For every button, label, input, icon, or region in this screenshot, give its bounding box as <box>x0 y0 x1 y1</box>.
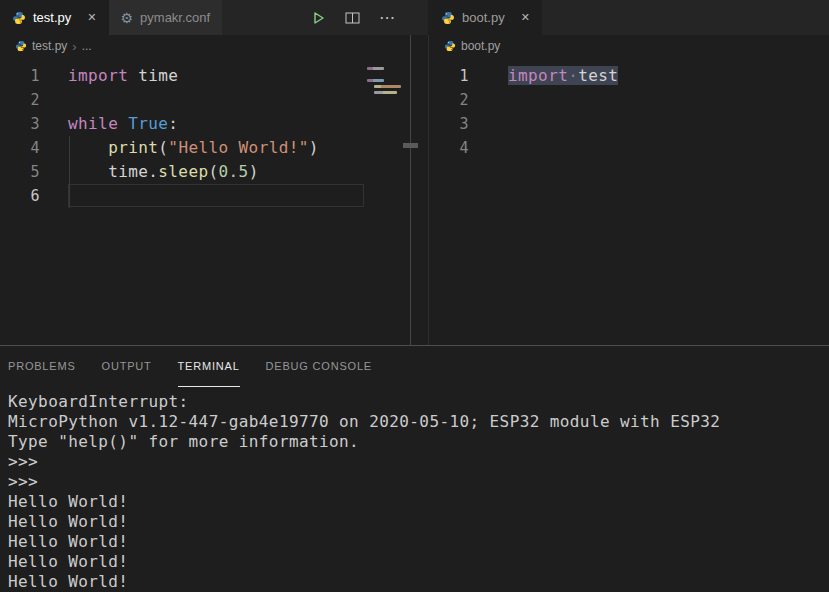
tab-label: boot.py <box>462 10 505 25</box>
breadcrumb-symbol[interactable]: ... <box>82 39 92 53</box>
breadcrumb: boot.py <box>429 35 829 57</box>
terminal-line: MicroPython v1.12-447-gab4e19770 on 2020… <box>8 412 829 432</box>
code-line[interactable]: 4 print("Hello World!") <box>0 136 428 160</box>
scrollbar-track[interactable] <box>410 35 411 345</box>
tab-bar-right: boot.py ✕ <box>429 0 829 35</box>
tab-pymakr-conf[interactable]: ⚙ pymakr.conf <box>109 0 223 35</box>
editor-group-right: boot.py 1import·test234 <box>429 35 829 345</box>
gear-icon: ⚙ <box>121 11 134 25</box>
chevron-right-icon: › <box>72 39 76 54</box>
line-number[interactable]: 2 <box>429 88 469 112</box>
panel-tab-bar: PROBLEMS OUTPUT TERMINAL DEBUG CONSOLE <box>0 346 829 387</box>
line-number[interactable]: 4 <box>0 136 40 160</box>
terminal-line: Type "help()" for more information. <box>8 432 829 452</box>
line-number[interactable]: 3 <box>0 112 40 136</box>
breadcrumb: test.py › ... <box>0 35 428 57</box>
line-number[interactable]: 3 <box>429 112 469 136</box>
panel-tab-terminal[interactable]: TERMINAL <box>178 346 240 387</box>
code-line[interactable]: 3while True: <box>0 112 428 136</box>
terminal-line: Hello World! <box>8 492 829 512</box>
code-text: time.sleep(0.5) <box>40 160 259 184</box>
code-text: import·test <box>469 64 618 88</box>
indent-guide <box>69 136 70 208</box>
code-text <box>469 112 508 136</box>
code-text <box>40 184 68 208</box>
python-icon <box>441 11 455 25</box>
editor-actions: ⋯ <box>312 0 428 35</box>
python-icon <box>15 40 27 52</box>
code-line[interactable]: 6 <box>0 184 428 208</box>
minimap[interactable] <box>367 64 405 97</box>
code-line[interactable]: 2 <box>0 88 428 112</box>
code-text: print("Hello World!") <box>40 136 319 160</box>
code-line[interactable]: 3 <box>429 112 829 136</box>
split-editor-button[interactable] <box>345 11 360 25</box>
terminal-line: >>> <box>8 452 829 472</box>
tab-bar-left: test.py ✕ ⚙ pymakr.conf ⋯ <box>0 0 428 35</box>
code-line[interactable]: 4 <box>429 136 829 160</box>
line-number[interactable]: 2 <box>0 88 40 112</box>
terminal-line: Hello World! <box>8 572 829 592</box>
code-text <box>469 88 508 112</box>
code-line[interactable]: 1import time <box>0 64 428 88</box>
line-number[interactable]: 4 <box>429 136 469 160</box>
scrollbar-handle[interactable] <box>403 143 418 148</box>
close-icon[interactable]: ✕ <box>521 12 530 23</box>
more-actions-button[interactable]: ⋯ <box>379 10 395 26</box>
run-button[interactable] <box>312 11 326 25</box>
code-text <box>40 88 68 112</box>
python-icon <box>444 40 456 52</box>
tab-boot-py[interactable]: boot.py ✕ <box>429 0 542 35</box>
line-number[interactable]: 6 <box>0 184 40 208</box>
breadcrumb-file[interactable]: boot.py <box>461 39 500 53</box>
panel-tab-problems[interactable]: PROBLEMS <box>8 346 76 387</box>
terminal-line: Hello World! <box>8 512 829 532</box>
bottom-panel: PROBLEMS OUTPUT TERMINAL DEBUG CONSOLE K… <box>0 345 829 592</box>
code-text: import time <box>40 64 178 88</box>
editor-group-left: test.py › ... 1import time23while True:4… <box>0 35 428 345</box>
terminal-line: KeyboardInterrupt: <box>8 392 829 412</box>
code-text: while True: <box>40 112 178 136</box>
code-line[interactable]: 2 <box>429 88 829 112</box>
close-icon[interactable]: ✕ <box>87 12 96 23</box>
editor-group-divider[interactable] <box>428 35 429 345</box>
code-text <box>469 136 508 160</box>
code-area[interactable]: 1import time23while True:4 print("Hello … <box>0 57 428 208</box>
code-line[interactable]: 5 time.sleep(0.5) <box>0 160 428 184</box>
tab-label: test.py <box>33 10 71 25</box>
current-line-highlight <box>68 184 364 207</box>
line-number[interactable]: 5 <box>0 160 40 184</box>
python-icon <box>12 11 26 25</box>
panel-tab-output[interactable]: OUTPUT <box>102 346 152 387</box>
line-number[interactable]: 1 <box>0 64 40 88</box>
breadcrumb-file[interactable]: test.py <box>32 39 67 53</box>
code-line[interactable]: 1import·test <box>429 64 829 88</box>
tab-test-py[interactable]: test.py ✕ <box>0 0 109 35</box>
terminal-line: Hello World! <box>8 532 829 552</box>
tab-label: pymakr.conf <box>140 10 210 25</box>
terminal-line: Hello World! <box>8 552 829 572</box>
code-area[interactable]: 1import·test234 <box>429 57 829 160</box>
panel-tab-debug-console[interactable]: DEBUG CONSOLE <box>266 346 372 387</box>
terminal[interactable]: KeyboardInterrupt:MicroPython v1.12-447-… <box>0 392 829 592</box>
line-number[interactable]: 1 <box>429 64 469 88</box>
terminal-line: >>> <box>8 472 829 492</box>
